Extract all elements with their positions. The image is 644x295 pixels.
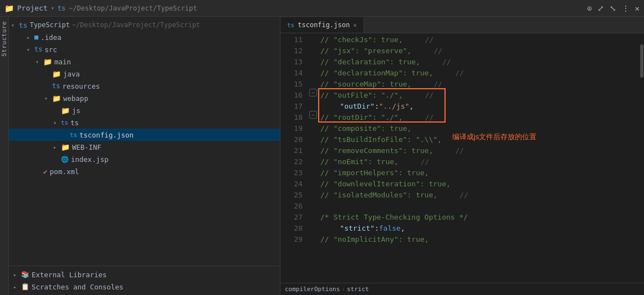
main-layout: Structure ts TypeScript ~/Desktop/JavaPr… <box>0 17 644 295</box>
line-15-right: // <box>433 79 442 90</box>
code-line-17: "outDir" : "../js" , <box>318 101 644 112</box>
tab-label: tsconfig.json <box>298 21 350 29</box>
chevron-root <box>11 22 19 28</box>
line-28-indent <box>320 223 338 234</box>
scrollbar-track <box>640 33 644 271</box>
tree-item-tsconfig[interactable]: ts tsconfig.json <box>9 129 280 141</box>
fold-marker-16[interactable]: − <box>309 89 317 96</box>
idea-icon: ■ <box>34 33 38 41</box>
line-25-right: // <box>459 190 468 201</box>
line-25-text: // "isolatedModules": true, <box>320 190 437 201</box>
tree-item-java[interactable]: 📁 java <box>9 68 280 80</box>
shrink-icon[interactable]: ⤡ <box>610 4 616 13</box>
webinf-label: WEB-INF <box>72 143 101 151</box>
code-line-14: // "declarationMap": true, // <box>318 68 644 79</box>
tree-item-js[interactable]: 📁 js <box>9 104 280 116</box>
pom-icon: ✔ <box>43 167 48 176</box>
code-line-18: // "rootDir": "./", // <box>318 112 644 123</box>
line-18-right: // <box>425 112 434 123</box>
code-line-23: // "importHelpers": true, <box>318 167 644 179</box>
tab-tsconfig[interactable]: ts tsconfig.json ✕ <box>280 17 364 33</box>
code-line-24: // "downlevelIteration": true, <box>318 179 644 190</box>
ts-label: ts <box>70 119 79 127</box>
ts-root-icon: ts <box>19 21 28 29</box>
line-11-right: // <box>425 34 434 45</box>
code-line-12: // "jsx": "preserve", // <box>318 45 644 57</box>
file-tree: ts TypeScript ~/Desktop/JavaProject/Type… <box>9 17 280 266</box>
ext-libs-icon: 📚 <box>21 271 29 278</box>
breadcrumb: compilerOptions › strict <box>280 283 644 295</box>
tree-item-idea[interactable]: ■ .idea <box>9 31 280 43</box>
line-22-text: // "noEmit": true, <box>320 156 398 167</box>
tree-item-resources[interactable]: ts resources <box>9 80 280 92</box>
breadcrumb-compiler[interactable]: compilerOptions <box>285 286 340 293</box>
tree-item-ts[interactable]: ts ts <box>9 116 280 129</box>
close-icon[interactable]: ✕ <box>635 4 640 13</box>
tree-item-src[interactable]: ts src <box>9 43 280 55</box>
line-16-text: // "outFile": "./", <box>320 90 403 101</box>
code-content: 11 12 13 14 15 16 17 18 19 20 21 22 23 2… <box>280 33 644 245</box>
tree-item-indexjsp[interactable]: 🌐 index.jsp <box>9 153 280 165</box>
chevron-ext-libs <box>13 272 21 278</box>
ts-folder-icon: ts <box>61 119 68 126</box>
project-panel: ts TypeScript ~/Desktop/JavaProject/Type… <box>9 17 280 295</box>
root-path: ~/Desktop/JavaProject/TypeScript <box>72 21 200 29</box>
chevron-main <box>35 59 43 65</box>
tab-icon: ts <box>287 22 294 29</box>
breadcrumb-strict[interactable]: strict <box>347 286 369 293</box>
line-17-value: "../js" <box>379 101 410 112</box>
chevron-ts <box>53 120 61 126</box>
structure-tab[interactable]: Structure <box>0 17 9 61</box>
tree-root[interactable]: ts TypeScript ~/Desktop/JavaProject/Type… <box>9 19 280 31</box>
webapp-folder-icon: 📁 <box>52 94 61 103</box>
chevron-scratches <box>13 284 21 290</box>
dropdown-icon[interactable]: ▾ <box>51 5 54 11</box>
project-path: ~/Desktop/JavaProject/TypeScript <box>69 4 197 12</box>
tree-item-pom[interactable]: ✔ pom.xml <box>9 165 280 177</box>
line-17-comma: , <box>410 101 414 112</box>
line-21-text: // "removeComments": true, <box>320 145 433 156</box>
src-label: src <box>44 45 57 54</box>
tab-bar: ts tsconfig.json ✕ <box>280 17 644 33</box>
code-line-20: // "tsBuildInfoFile": ".\\", <box>318 134 644 145</box>
line-28-colon: : <box>375 223 379 234</box>
webinf-folder-icon: 📁 <box>61 143 70 151</box>
menu-icon[interactable]: ⋮ <box>622 4 630 13</box>
expand-icon[interactable]: ⤢ <box>597 4 604 13</box>
line-13-text: // "declaration": true, <box>320 57 420 68</box>
line-13-right: // <box>442 57 451 68</box>
indexjsp-label: index.jsp <box>71 155 109 164</box>
line-22-right: // <box>421 156 430 167</box>
line-17-key: "outDir" <box>340 101 375 112</box>
scratches-item[interactable]: 📋 Scratches and Consoles <box>9 281 280 293</box>
code-line-16: // "outFile": "./", // <box>318 90 644 101</box>
resources-icon: ts <box>52 82 60 90</box>
scrollbar-thumb[interactable] <box>640 44 643 78</box>
line-20-text: // "tsBuildInfoFile": ".\\", <box>320 134 442 145</box>
project-label[interactable]: Project <box>17 4 48 12</box>
line-11-text: // "checkJs": true, <box>320 34 403 45</box>
chevron-webinf <box>53 144 61 150</box>
line-29-text: // "noImplicitAny": true, <box>320 234 429 245</box>
code-line-13: // "declaration": true, // <box>318 57 644 68</box>
fold-marker-18[interactable]: − <box>309 111 317 119</box>
target-icon[interactable]: ⊙ <box>587 4 591 13</box>
tree-item-main[interactable]: 📁 main <box>9 55 280 68</box>
line-24-text: // "downlevelIteration": true, <box>320 179 451 190</box>
code-line-15: // "sourceMap": true, // <box>318 79 644 90</box>
editor-area: ts tsconfig.json ✕ 11 12 13 14 15 16 17 … <box>280 17 644 295</box>
tab-close-icon[interactable]: ✕ <box>353 22 357 29</box>
pom-label: pom.xml <box>50 167 79 176</box>
line-16-right: // <box>425 90 434 101</box>
line-12-text: // "jsx": "preserve", <box>320 45 411 57</box>
line-23-text: // "importHelpers": true, <box>320 167 429 179</box>
breadcrumb-sep: › <box>341 286 345 293</box>
line-28-value: false <box>379 223 401 234</box>
tree-item-webapp[interactable]: 📁 webapp <box>9 92 280 104</box>
code-line-25: // "isolatedModules": true, // <box>318 190 644 201</box>
ext-libs-label: External Libraries <box>32 271 106 279</box>
external-libraries-item[interactable]: 📚 External Libraries <box>9 268 280 281</box>
main-folder-icon: 📁 <box>43 58 52 66</box>
tree-item-webinf[interactable]: 📁 WEB-INF <box>9 141 280 153</box>
left-vertical-tabs: Structure <box>0 17 9 295</box>
